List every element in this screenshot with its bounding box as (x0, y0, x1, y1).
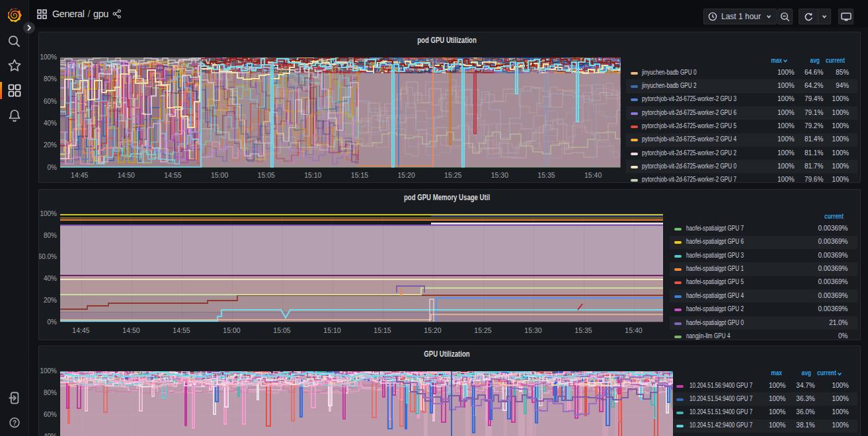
svg-text:?: ? (13, 419, 17, 427)
